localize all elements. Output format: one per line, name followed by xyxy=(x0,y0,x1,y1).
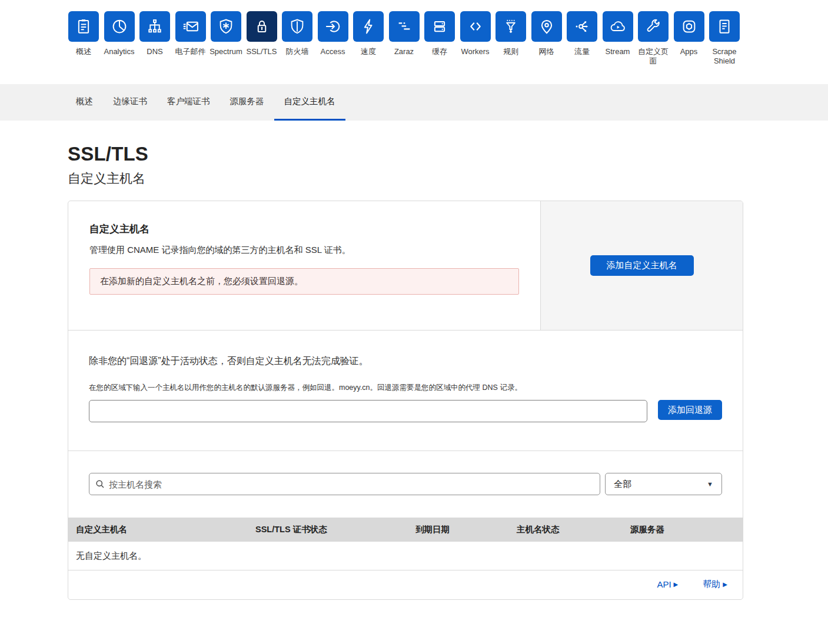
ssl-lock-icon xyxy=(247,11,277,42)
app-nav-analytics[interactable]: Analytics xyxy=(104,11,135,84)
add-fallback-origin-button[interactable]: 添加回退源 xyxy=(658,400,722,420)
overview-clipboard-icon xyxy=(68,11,99,42)
tab-custom-hostnames[interactable]: 自定义主机名 xyxy=(274,84,345,121)
custom-pages-wrench-icon xyxy=(638,11,669,42)
app-nav-stream[interactable]: Stream xyxy=(603,11,633,84)
app-icon-nav: 概述 Analytics DNS 电子邮件 xyxy=(0,0,828,84)
app-nav-access[interactable]: Access xyxy=(318,11,348,84)
fallback-lead-text: 除非您的“回退源”处于活动状态，否则自定义主机名无法完成验证。 xyxy=(89,355,722,368)
app-nav-scrape-shield[interactable]: Scrape Shield xyxy=(709,11,740,84)
page-title: SSL/TLS xyxy=(68,143,743,165)
column-header-origin: 源服务器 xyxy=(630,524,743,535)
app-nav-cache[interactable]: 缓存 xyxy=(424,11,455,84)
app-nav-workers[interactable]: Workers xyxy=(460,11,491,84)
app-nav-speed[interactable]: 速度 xyxy=(353,11,384,84)
hostname-search-input[interactable] xyxy=(89,473,600,495)
stream-cloud-icon xyxy=(603,11,633,42)
hostname-table-header: 自定义主机名 SSL/TLS 证书状态 到期日期 主机名状态 源服务器 xyxy=(68,518,743,542)
speed-lightning-icon xyxy=(353,11,384,42)
fallback-required-alert: 在添加新的自定义主机名之前，您必须设置回退源。 xyxy=(89,268,519,295)
page-subtitle: 自定义主机名 xyxy=(68,170,743,188)
caret-right-icon: ▶ xyxy=(674,581,679,588)
traffic-share-icon xyxy=(567,11,597,42)
fallback-origin-input[interactable] xyxy=(89,400,647,422)
section-title: 自定义主机名 xyxy=(89,222,519,236)
spectrum-shield-icon xyxy=(211,11,241,42)
empty-state-text: 无自定义主机名。 xyxy=(68,542,743,570)
zaraz-steps-icon xyxy=(389,11,420,42)
column-header-expiry: 到期日期 xyxy=(415,524,517,535)
access-icon xyxy=(318,11,348,42)
app-nav-dns[interactable]: DNS xyxy=(139,11,170,84)
card-footer: API ▶ 帮助 ▶ xyxy=(68,570,743,599)
firewall-shield-icon xyxy=(282,11,312,42)
tab-origin-server[interactable]: 源服务器 xyxy=(220,84,274,121)
column-header-cert-status: SSL/TLS 证书状态 xyxy=(255,524,415,535)
ssl-sub-nav: 概述 边缘证书 客户端证书 源服务器 自定义主机名 xyxy=(0,84,828,121)
hostname-list-section: 全部 ▼ 自定义主机名 SSL/TLS 证书状态 到期日期 主机名状态 源服务器… xyxy=(68,451,743,599)
main-content: SSL/TLS 自定义主机名 自定义主机名 管理使用 CNAME 记录指向您的域… xyxy=(68,143,743,600)
analytics-pie-icon xyxy=(104,11,135,42)
app-nav-zaraz[interactable]: Zaraz xyxy=(389,11,420,84)
app-nav-ssl-tls[interactable]: SSL/TLS xyxy=(247,11,277,84)
column-header-hostname-status: 主机名状态 xyxy=(517,524,630,535)
hostname-intro-section: 自定义主机名 管理使用 CNAME 记录指向您的域的第三方的主机名和 SSL 证… xyxy=(68,201,743,330)
tab-overview[interactable]: 概述 xyxy=(66,84,103,121)
app-nav-traffic[interactable]: 流量 xyxy=(567,11,597,84)
tab-edge-certificates[interactable]: 边缘证书 xyxy=(103,84,157,121)
column-header-hostname: 自定义主机名 xyxy=(76,524,255,535)
add-custom-hostname-button[interactable]: 添加自定义主机名 xyxy=(590,255,694,276)
search-icon xyxy=(95,479,105,489)
custom-hostnames-card: 自定义主机名 管理使用 CNAME 记录指向您的域的第三方的主机名和 SSL 证… xyxy=(68,201,743,600)
app-nav-custom-pages[interactable]: 自定义页面 xyxy=(638,11,669,84)
app-nav-firewall[interactable]: 防火墙 xyxy=(282,11,312,84)
app-nav-apps[interactable]: Apps xyxy=(674,11,704,84)
add-hostname-panel: 添加自定义主机名 xyxy=(540,201,743,330)
cache-servers-icon xyxy=(424,11,455,42)
section-description: 管理使用 CNAME 记录指向您的域的第三方的主机名和 SSL 证书。 xyxy=(89,245,519,256)
fallback-hint-text: 在您的区域下输入一个主机名以用作您的主机名的默认源服务器，例如回退。moeyy.… xyxy=(89,383,722,393)
app-nav-network[interactable]: 网络 xyxy=(531,11,562,84)
tab-client-certificates[interactable]: 客户端证书 xyxy=(157,84,220,121)
workers-brackets-icon xyxy=(460,11,491,42)
status-filter-value: 全部 xyxy=(614,479,631,490)
apps-icon xyxy=(674,11,704,42)
app-nav-rules[interactable]: 规则 xyxy=(496,11,526,84)
dns-tree-icon xyxy=(139,11,170,42)
app-nav-spectrum[interactable]: Spectrum xyxy=(211,11,241,84)
api-link[interactable]: API ▶ xyxy=(657,579,678,590)
fallback-origin-section: 除非您的“回退源”处于活动状态，否则自定义主机名无法完成验证。 在您的区域下输入… xyxy=(68,330,743,451)
network-pin-icon xyxy=(531,11,562,42)
help-link[interactable]: 帮助 ▶ xyxy=(703,579,727,590)
chevron-down-icon: ▼ xyxy=(707,481,713,488)
status-filter-select[interactable]: 全部 ▼ xyxy=(605,473,722,495)
rules-funnel-icon xyxy=(496,11,526,42)
app-nav-overview[interactable]: 概述 xyxy=(68,11,99,84)
email-icon xyxy=(175,11,206,42)
caret-right-icon: ▶ xyxy=(723,581,727,588)
scrape-shield-icon xyxy=(709,11,740,42)
app-nav-email[interactable]: 电子邮件 xyxy=(175,11,206,84)
